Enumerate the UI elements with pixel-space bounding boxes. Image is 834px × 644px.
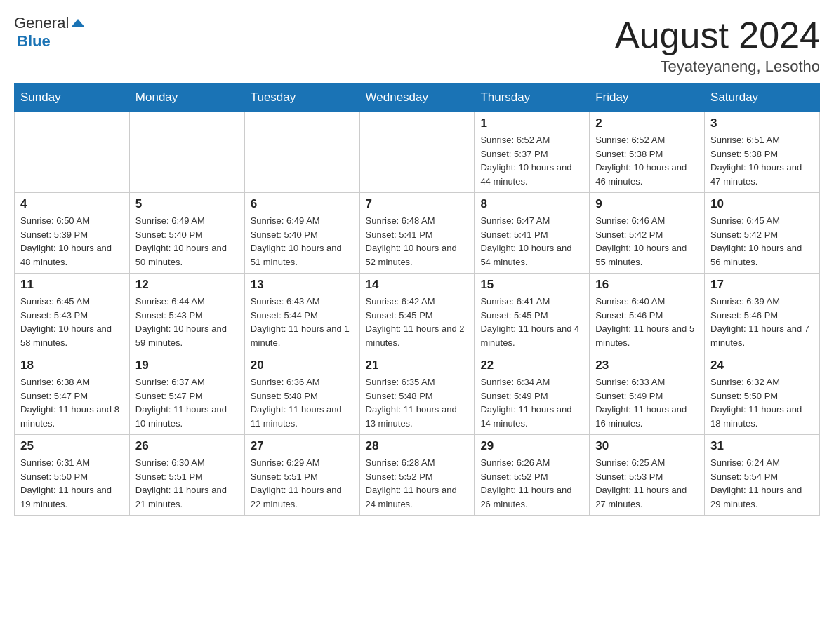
day-number: 11	[20, 278, 124, 292]
day-info: Sunrise: 6:28 AM Sunset: 5:52 PM Dayligh…	[366, 456, 469, 511]
day-info: Sunrise: 6:49 AM Sunset: 5:40 PM Dayligh…	[251, 214, 354, 269]
day-info: Sunrise: 6:29 AM Sunset: 5:51 PM Dayligh…	[251, 456, 354, 511]
logo-general-text: General	[14, 14, 69, 32]
day-header-monday: Monday	[129, 83, 244, 112]
day-header-saturday: Saturday	[705, 83, 820, 112]
calendar-cell: 24Sunrise: 6:32 AM Sunset: 5:50 PM Dayli…	[705, 354, 820, 435]
day-number: 9	[595, 197, 699, 211]
day-info: Sunrise: 6:38 AM Sunset: 5:47 PM Dayligh…	[20, 375, 124, 430]
title-area: August 2024 Teyateyaneng, Lesotho	[615, 14, 820, 76]
calendar-cell: 25Sunrise: 6:31 AM Sunset: 5:50 PM Dayli…	[15, 435, 130, 516]
day-number: 20	[251, 358, 354, 373]
day-number: 27	[251, 439, 354, 453]
week-row-1: 1Sunrise: 6:52 AM Sunset: 5:37 PM Daylig…	[15, 112, 820, 193]
calendar-cell	[129, 112, 244, 193]
day-info: Sunrise: 6:24 AM Sunset: 5:54 PM Dayligh…	[710, 456, 814, 511]
calendar-cell: 8Sunrise: 6:47 AM Sunset: 5:41 PM Daylig…	[475, 193, 590, 274]
day-info: Sunrise: 6:48 AM Sunset: 5:41 PM Dayligh…	[366, 214, 469, 269]
day-number: 12	[135, 278, 239, 292]
day-number: 26	[135, 439, 239, 453]
day-number: 18	[20, 358, 124, 373]
day-info: Sunrise: 6:36 AM Sunset: 5:48 PM Dayligh…	[251, 375, 354, 430]
day-info: Sunrise: 6:45 AM Sunset: 5:43 PM Dayligh…	[20, 295, 124, 349]
calendar-cell: 20Sunrise: 6:36 AM Sunset: 5:48 PM Dayli…	[244, 354, 359, 435]
day-info: Sunrise: 6:30 AM Sunset: 5:51 PM Dayligh…	[135, 456, 239, 511]
calendar-cell: 26Sunrise: 6:30 AM Sunset: 5:51 PM Dayli…	[129, 435, 244, 516]
calendar-cell: 1Sunrise: 6:52 AM Sunset: 5:37 PM Daylig…	[475, 112, 590, 193]
calendar-cell: 7Sunrise: 6:48 AM Sunset: 5:41 PM Daylig…	[359, 193, 475, 274]
calendar-cell: 14Sunrise: 6:42 AM Sunset: 5:45 PM Dayli…	[359, 274, 475, 354]
day-info: Sunrise: 6:35 AM Sunset: 5:48 PM Dayligh…	[366, 375, 469, 430]
calendar-cell: 4Sunrise: 6:50 AM Sunset: 5:39 PM Daylig…	[15, 193, 130, 274]
day-info: Sunrise: 6:50 AM Sunset: 5:39 PM Dayligh…	[20, 214, 124, 269]
week-row-2: 4Sunrise: 6:50 AM Sunset: 5:39 PM Daylig…	[15, 193, 820, 274]
calendar-cell: 9Sunrise: 6:46 AM Sunset: 5:42 PM Daylig…	[590, 193, 705, 274]
day-info: Sunrise: 6:25 AM Sunset: 5:53 PM Dayligh…	[595, 456, 699, 511]
day-info: Sunrise: 6:37 AM Sunset: 5:47 PM Dayligh…	[135, 375, 239, 430]
day-info: Sunrise: 6:44 AM Sunset: 5:43 PM Dayligh…	[135, 295, 239, 349]
day-number: 15	[480, 278, 583, 292]
day-number: 14	[366, 278, 469, 292]
week-row-3: 11Sunrise: 6:45 AM Sunset: 5:43 PM Dayli…	[15, 274, 820, 354]
calendar-cell: 3Sunrise: 6:51 AM Sunset: 5:38 PM Daylig…	[705, 112, 820, 193]
day-info: Sunrise: 6:42 AM Sunset: 5:45 PM Dayligh…	[366, 295, 469, 349]
day-info: Sunrise: 6:40 AM Sunset: 5:46 PM Dayligh…	[595, 295, 699, 349]
day-number: 2	[595, 116, 699, 130]
calendar-table: SundayMondayTuesdayWednesdayThursdayFrid…	[14, 83, 820, 516]
day-header-thursday: Thursday	[475, 83, 590, 112]
calendar-cell: 15Sunrise: 6:41 AM Sunset: 5:45 PM Dayli…	[475, 274, 590, 354]
calendar-cell	[15, 112, 130, 193]
calendar-cell: 11Sunrise: 6:45 AM Sunset: 5:43 PM Dayli…	[15, 274, 130, 354]
calendar-cell: 30Sunrise: 6:25 AM Sunset: 5:53 PM Dayli…	[590, 435, 705, 516]
day-number: 28	[366, 439, 469, 453]
calendar-cell: 10Sunrise: 6:45 AM Sunset: 5:42 PM Dayli…	[705, 193, 820, 274]
day-header-tuesday: Tuesday	[244, 83, 359, 112]
day-info: Sunrise: 6:34 AM Sunset: 5:49 PM Dayligh…	[480, 375, 583, 430]
logo-blue-text: Blue	[17, 32, 51, 51]
day-header-wednesday: Wednesday	[359, 83, 475, 112]
day-number: 22	[480, 358, 583, 373]
day-number: 8	[480, 197, 583, 211]
day-info: Sunrise: 6:41 AM Sunset: 5:45 PM Dayligh…	[480, 295, 583, 349]
month-title: August 2024	[615, 14, 820, 56]
calendar-cell: 22Sunrise: 6:34 AM Sunset: 5:49 PM Dayli…	[475, 354, 590, 435]
location-title: Teyateyaneng, Lesotho	[615, 58, 820, 76]
day-number: 10	[710, 197, 814, 211]
day-info: Sunrise: 6:52 AM Sunset: 5:37 PM Dayligh…	[480, 133, 583, 188]
day-number: 17	[710, 278, 814, 292]
calendar-cell: 27Sunrise: 6:29 AM Sunset: 5:51 PM Dayli…	[244, 435, 359, 516]
calendar-cell: 13Sunrise: 6:43 AM Sunset: 5:44 PM Dayli…	[244, 274, 359, 354]
calendar-cell: 21Sunrise: 6:35 AM Sunset: 5:48 PM Dayli…	[359, 354, 475, 435]
day-info: Sunrise: 6:45 AM Sunset: 5:42 PM Dayligh…	[710, 214, 814, 269]
day-info: Sunrise: 6:26 AM Sunset: 5:52 PM Dayligh…	[480, 456, 583, 511]
week-row-4: 18Sunrise: 6:38 AM Sunset: 5:47 PM Dayli…	[15, 354, 820, 435]
calendar-cell: 2Sunrise: 6:52 AM Sunset: 5:38 PM Daylig…	[590, 112, 705, 193]
calendar-cell: 16Sunrise: 6:40 AM Sunset: 5:46 PM Dayli…	[590, 274, 705, 354]
day-number: 25	[20, 439, 124, 453]
day-info: Sunrise: 6:32 AM Sunset: 5:50 PM Dayligh…	[710, 375, 814, 430]
calendar-cell: 23Sunrise: 6:33 AM Sunset: 5:49 PM Dayli…	[590, 354, 705, 435]
day-info: Sunrise: 6:52 AM Sunset: 5:38 PM Dayligh…	[595, 133, 699, 188]
calendar-cell: 12Sunrise: 6:44 AM Sunset: 5:43 PM Dayli…	[129, 274, 244, 354]
header: General Blue August 2024 Teyateyaneng, L…	[14, 14, 820, 76]
day-number: 21	[366, 358, 469, 373]
day-header-friday: Friday	[590, 83, 705, 112]
day-number: 4	[20, 197, 124, 211]
day-number: 23	[595, 358, 699, 373]
day-header-sunday: Sunday	[15, 83, 130, 112]
day-number: 6	[251, 197, 354, 211]
day-number: 1	[480, 116, 583, 130]
day-info: Sunrise: 6:51 AM Sunset: 5:38 PM Dayligh…	[710, 133, 814, 188]
calendar-cell: 28Sunrise: 6:28 AM Sunset: 5:52 PM Dayli…	[359, 435, 475, 516]
calendar-cell: 17Sunrise: 6:39 AM Sunset: 5:46 PM Dayli…	[705, 274, 820, 354]
day-number: 5	[135, 197, 239, 211]
day-number: 19	[135, 358, 239, 373]
day-info: Sunrise: 6:31 AM Sunset: 5:50 PM Dayligh…	[20, 456, 124, 511]
calendar-cell: 31Sunrise: 6:24 AM Sunset: 5:54 PM Dayli…	[705, 435, 820, 516]
day-number: 13	[251, 278, 354, 292]
day-info: Sunrise: 6:46 AM Sunset: 5:42 PM Dayligh…	[595, 214, 699, 269]
calendar-cell	[359, 112, 475, 193]
week-row-5: 25Sunrise: 6:31 AM Sunset: 5:50 PM Dayli…	[15, 435, 820, 516]
day-number: 7	[366, 197, 469, 211]
day-number: 30	[595, 439, 699, 453]
